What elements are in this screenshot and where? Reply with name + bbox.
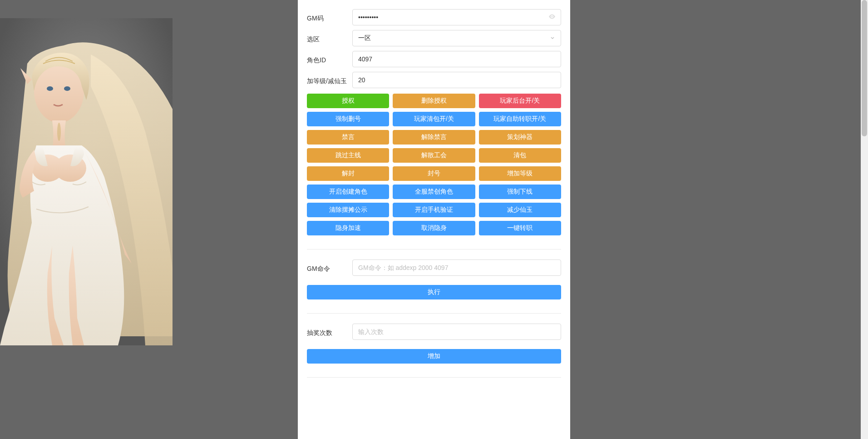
unmute-button[interactable]: 解除禁言: [393, 130, 475, 145]
scrollbar-thumb[interactable]: [862, 0, 867, 136]
player-backend-toggle-button[interactable]: 玩家后台开/关: [479, 94, 561, 108]
character-illustration: [0, 18, 173, 345]
gm-code-label: GM码: [307, 12, 352, 23]
reduce-jade-button[interactable]: 减少仙玉: [479, 203, 561, 217]
execute-button[interactable]: 执行: [307, 285, 561, 299]
eye-icon[interactable]: [548, 13, 556, 22]
ban-button[interactable]: 封号: [393, 166, 475, 181]
divider: [307, 313, 561, 314]
divider: [307, 377, 561, 378]
add-button[interactable]: 增加: [307, 349, 561, 364]
enable-phone-verify-button[interactable]: 开启手机验证: [393, 203, 475, 217]
skip-main-quest-button[interactable]: 跳过主线: [307, 148, 389, 163]
clear-stall-notice-button[interactable]: 清除摆摊公示: [307, 203, 389, 217]
unban-button[interactable]: 解封: [307, 166, 389, 181]
gm-command-input[interactable]: [352, 259, 561, 276]
zone-label: 选区: [307, 33, 352, 44]
level-jade-label: 加等级/减仙玉: [307, 75, 352, 85]
lottery-count-label: 抽奖次数: [307, 326, 352, 337]
clear-bag-button[interactable]: 清包: [479, 148, 561, 163]
divider: [307, 249, 561, 249]
gm-command-label: GM命令: [307, 262, 352, 273]
svg-point-4: [57, 123, 61, 141]
level-jade-input[interactable]: [352, 72, 561, 88]
role-id-label: 角色ID: [307, 54, 352, 65]
gm-code-input[interactable]: [352, 9, 561, 25]
enable-create-role-button[interactable]: 开启创建角色: [307, 185, 389, 199]
authorize-button[interactable]: 授权: [307, 94, 389, 108]
role-id-input[interactable]: [352, 51, 561, 67]
zone-select[interactable]: 一区: [352, 30, 561, 46]
force-delete-account-button[interactable]: 强制删号: [307, 112, 389, 126]
disband-guild-button[interactable]: 解散工会: [393, 148, 475, 163]
increase-level-button[interactable]: 增加等级: [479, 166, 561, 181]
player-self-transfer-toggle-button[interactable]: 玩家自助转职开/关: [479, 112, 561, 126]
cancel-stealth-button[interactable]: 取消隐身: [393, 221, 475, 235]
scrollbar[interactable]: ▲: [861, 0, 868, 439]
player-clear-bag-toggle-button[interactable]: 玩家清包开/关: [393, 112, 475, 126]
lottery-count-input[interactable]: [352, 324, 561, 340]
server-ban-create-role-button[interactable]: 全服禁创角色: [393, 185, 475, 199]
zone-select-value: 一区: [358, 34, 371, 42]
svg-point-3: [64, 86, 70, 91]
chevron-down-icon: [550, 35, 555, 42]
admin-panel: GM码 选区 一区 角色ID 加等级/减仙玉: [298, 0, 570, 439]
svg-point-2: [47, 86, 53, 91]
delete-authorize-button[interactable]: 删除授权: [393, 94, 475, 108]
stealth-speedup-button[interactable]: 隐身加速: [307, 221, 389, 235]
mute-button[interactable]: 禁言: [307, 130, 389, 145]
planner-artifact-button[interactable]: 策划神器: [479, 130, 561, 145]
one-click-transfer-button[interactable]: 一键转职: [479, 221, 561, 235]
force-offline-button[interactable]: 强制下线: [479, 185, 561, 199]
